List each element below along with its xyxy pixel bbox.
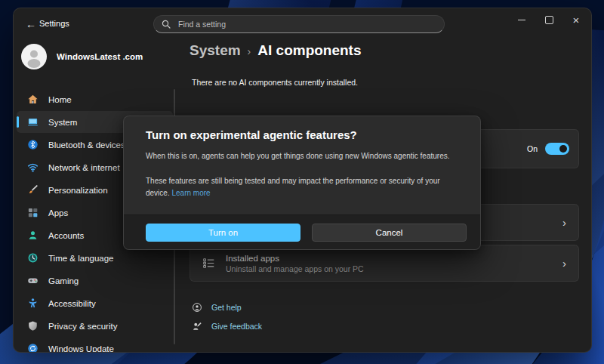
- get-help-icon: [192, 302, 202, 313]
- personalization-icon: [26, 184, 39, 196]
- selected-indicator: [17, 116, 19, 128]
- search-icon: [162, 20, 171, 29]
- sidebar-item-accessibility[interactable]: Accessibility: [17, 292, 173, 314]
- learn-more-link[interactable]: Learn more: [171, 189, 210, 197]
- search-box[interactable]: [153, 15, 445, 33]
- close-icon: ×: [573, 14, 580, 26]
- network-icon: [26, 162, 39, 174]
- dialog-body-2: These features are still being tested an…: [146, 175, 450, 199]
- empty-state-message: There are no AI components currently ins…: [192, 78, 358, 87]
- breadcrumb: System › AI components: [190, 42, 362, 59]
- accounts-icon: [26, 230, 39, 242]
- toggle-status-label: On: [527, 144, 538, 153]
- agentic-features-toggle[interactable]: [545, 143, 569, 155]
- close-button[interactable]: ×: [562, 9, 590, 30]
- give-feedback-link[interactable]: Give feedback: [192, 321, 262, 332]
- get-help-label: Get help: [211, 303, 242, 312]
- apps-icon: [26, 207, 39, 219]
- get-help-link[interactable]: Get help: [192, 302, 242, 313]
- sidebar-item-gaming[interactable]: Gaming: [17, 270, 173, 292]
- breadcrumb-separator-icon: ›: [248, 44, 251, 57]
- minimize-icon: [518, 20, 525, 20]
- accessibility-icon: [26, 298, 39, 310]
- dialog-body-1: When this is on, agents can help you get…: [146, 150, 467, 162]
- user-profile[interactable]: WindowsLatest .com: [21, 43, 172, 70]
- sidebar-item-label: System: [48, 118, 77, 127]
- sidebar-item-time-language[interactable]: Time & language: [17, 247, 173, 269]
- dialog-title: Turn on experimental agentic features?: [146, 128, 357, 141]
- sidebar-item-privacy-security[interactable]: Privacy & security: [17, 315, 173, 337]
- avatar: [21, 44, 47, 69]
- sidebar-item-label: Personalization: [48, 186, 108, 195]
- windows-update-icon: [26, 343, 39, 353]
- chevron-right-icon: ›: [562, 258, 566, 269]
- sidebar-item-label: Bluetooth & devices: [48, 140, 125, 150]
- sidebar-item-label: Accessibility: [48, 299, 96, 308]
- sidebar-item-label: Accounts: [48, 231, 84, 240]
- cancel-button[interactable]: Cancel: [312, 224, 467, 242]
- privacy-shield-icon: [26, 320, 39, 332]
- turn-on-button[interactable]: Turn on: [146, 224, 300, 242]
- sidebar-item-label: Network & internet: [48, 163, 120, 172]
- dialog-footer: Turn on Cancel: [124, 214, 480, 249]
- maximize-button[interactable]: [535, 9, 562, 30]
- settings-window: ← Settings × WindowsLatest .com Home: [13, 8, 592, 353]
- back-arrow-icon: ←: [26, 18, 36, 30]
- window-title: Settings: [39, 19, 69, 28]
- give-feedback-icon: [192, 321, 202, 332]
- installed-apps-title: Installed apps: [226, 254, 552, 263]
- minimize-button[interactable]: [508, 9, 535, 30]
- installed-apps-icon: [202, 257, 215, 270]
- chevron-right-icon: ›: [562, 217, 566, 228]
- installed-apps-card[interactable]: Installed apps Uninstall and manage apps…: [190, 245, 579, 282]
- sidebar-item-label: Windows Update: [48, 344, 114, 353]
- page-title: AI components: [257, 42, 361, 59]
- sidebar-item-label: Gaming: [48, 276, 79, 285]
- back-button[interactable]: ←: [23, 17, 39, 32]
- installed-apps-subtitle: Uninstall and manage apps on your PC: [226, 264, 552, 273]
- breadcrumb-parent[interactable]: System: [190, 42, 241, 59]
- agentic-features-dialog: Turn on experimental agentic features? W…: [123, 116, 481, 250]
- sidebar-item-label: Apps: [48, 208, 68, 217]
- sidebar-item-label: Home: [48, 95, 72, 104]
- bluetooth-icon: [26, 139, 39, 151]
- user-name: WindowsLatest .com: [57, 52, 143, 61]
- search-input[interactable]: [177, 19, 436, 29]
- gaming-icon: [26, 275, 39, 287]
- system-icon: [26, 116, 39, 128]
- sidebar-item-label: Time & language: [48, 254, 114, 263]
- sidebar-item-windows-update[interactable]: Windows Update: [17, 338, 173, 353]
- give-feedback-label: Give feedback: [211, 322, 262, 331]
- home-icon: [26, 94, 39, 106]
- toggle-knob: [559, 145, 567, 153]
- maximize-icon: [545, 16, 553, 24]
- sidebar-item-label: Privacy & security: [48, 322, 117, 331]
- sidebar-item-home[interactable]: Home: [17, 88, 173, 110]
- time-language-icon: [26, 252, 39, 264]
